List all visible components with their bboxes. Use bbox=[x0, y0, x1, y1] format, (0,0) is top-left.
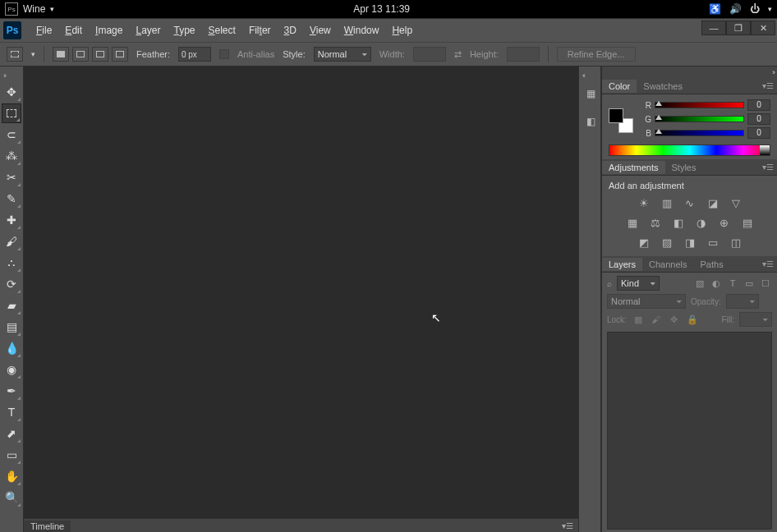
filter-pixel-icon[interactable]: ▧ bbox=[693, 277, 706, 290]
gradient-map-icon[interactable]: ▭ bbox=[704, 235, 722, 250]
adjustments-tab[interactable]: Adjustments bbox=[602, 161, 665, 174]
selection-add-button[interactable] bbox=[72, 47, 89, 62]
selection-intersect-button[interactable] bbox=[112, 47, 128, 62]
invert-icon[interactable]: ◩ bbox=[635, 235, 653, 250]
menu-layer[interactable]: Layer bbox=[129, 25, 167, 36]
brightness-contrast-icon[interactable]: ☀ bbox=[635, 195, 653, 210]
foreground-swatch[interactable] bbox=[609, 108, 623, 123]
swatches-tab[interactable]: Swatches bbox=[637, 80, 689, 93]
history-panel-icon[interactable]: ▦ bbox=[582, 85, 600, 103]
menu-image[interactable]: Image bbox=[89, 25, 129, 36]
eraser-tool[interactable]: ▰ bbox=[2, 296, 21, 315]
layers-panel-menu-icon[interactable]: ▾☰ bbox=[762, 259, 774, 268]
photo-filter-icon[interactable]: ◑ bbox=[692, 215, 710, 230]
menu-select[interactable]: Select bbox=[202, 25, 242, 36]
system-menu-chevron-icon[interactable]: ▾ bbox=[768, 5, 772, 13]
style-select[interactable]: Normal bbox=[314, 47, 371, 62]
stamp-tool[interactable]: ⛬ bbox=[2, 253, 21, 273]
menu-view[interactable]: View bbox=[303, 25, 338, 36]
channels-tab[interactable]: Channels bbox=[642, 258, 693, 271]
marquee-tool[interactable] bbox=[2, 103, 21, 123]
vibrance-icon[interactable]: ▽ bbox=[727, 195, 745, 210]
color-swatch-pair[interactable] bbox=[609, 108, 633, 133]
accessibility-icon[interactable]: ♿ bbox=[709, 3, 721, 15]
filter-smart-icon[interactable]: ☐ bbox=[759, 277, 772, 290]
menu-edit[interactable]: Edit bbox=[58, 25, 89, 36]
timeline-menu-icon[interactable]: ▾☰ bbox=[562, 521, 573, 530]
selection-subtract-button[interactable] bbox=[92, 47, 108, 62]
posterize-icon[interactable]: ▨ bbox=[658, 235, 676, 250]
healing-tool[interactable]: ✚ bbox=[2, 210, 21, 230]
magic-wand-tool[interactable]: ⁂ bbox=[2, 146, 21, 166]
bw-icon[interactable]: ◧ bbox=[669, 215, 687, 230]
r-value[interactable]: 0 bbox=[747, 99, 770, 111]
toolbox-collapse-icon[interactable]: ›› bbox=[0, 70, 23, 81]
lasso-tool[interactable]: ⊂ bbox=[2, 125, 21, 144]
close-button[interactable]: ✕ bbox=[751, 21, 775, 35]
path-select-tool[interactable]: ⬈ bbox=[2, 424, 21, 443]
selective-color-icon[interactable]: ◫ bbox=[727, 235, 745, 250]
menu-3d[interactable]: 3D bbox=[278, 25, 303, 36]
g-slider[interactable] bbox=[655, 116, 744, 122]
hue-sat-icon[interactable]: ▦ bbox=[623, 215, 641, 230]
eyedropper-tool[interactable]: ✎ bbox=[2, 189, 21, 209]
taskbar-app-icon[interactable]: Ps bbox=[5, 2, 18, 16]
layers-list[interactable] bbox=[607, 332, 772, 530]
paths-tab[interactable]: Paths bbox=[694, 258, 730, 271]
selection-new-button[interactable] bbox=[53, 47, 69, 62]
styles-tab[interactable]: Styles bbox=[665, 161, 703, 174]
menu-file[interactable]: File bbox=[30, 25, 58, 36]
color-panel-menu-icon[interactable]: ▾☰ bbox=[762, 81, 774, 90]
g-value[interactable]: 0 bbox=[747, 113, 770, 125]
menu-window[interactable]: Window bbox=[338, 25, 386, 36]
b-slider[interactable] bbox=[655, 130, 744, 136]
filter-shape-icon[interactable]: ▭ bbox=[743, 277, 756, 290]
layers-tab[interactable]: Layers bbox=[602, 258, 642, 271]
pen-tool[interactable]: ✒ bbox=[2, 381, 21, 401]
shape-tool[interactable]: ▭ bbox=[2, 445, 21, 465]
tool-preset-chevron-icon[interactable]: ▾ bbox=[31, 50, 35, 58]
filter-adjust-icon[interactable]: ◐ bbox=[710, 277, 723, 290]
color-spectrum[interactable] bbox=[609, 144, 770, 156]
maximize-button[interactable]: ❐ bbox=[726, 21, 751, 35]
menu-help[interactable]: Help bbox=[385, 25, 419, 36]
dodge-tool[interactable]: ◉ bbox=[2, 360, 21, 379]
move-tool[interactable]: ✥ bbox=[2, 82, 21, 102]
menu-type[interactable]: Type bbox=[167, 25, 201, 36]
system-clock[interactable]: Apr 13 11:39 bbox=[54, 3, 709, 15]
tool-preset-button[interactable] bbox=[7, 47, 23, 62]
power-icon[interactable]: ⏻ bbox=[750, 3, 760, 15]
crop-tool[interactable]: ✂ bbox=[2, 167, 21, 187]
layer-filter-kind-select[interactable]: Kind bbox=[617, 276, 660, 291]
minimize-button[interactable]: — bbox=[701, 21, 726, 35]
color-tab[interactable]: Color bbox=[602, 80, 637, 93]
volume-icon[interactable]: 🔊 bbox=[729, 3, 742, 15]
menu-filter[interactable]: Filter bbox=[242, 25, 278, 36]
curves-icon[interactable]: ∿ bbox=[681, 195, 699, 210]
properties-panel-icon[interactable]: ◧ bbox=[582, 112, 600, 131]
brush-tool[interactable]: 🖌 bbox=[2, 232, 21, 251]
blur-tool[interactable]: 💧 bbox=[2, 338, 21, 358]
history-brush-tool[interactable]: ⟳ bbox=[2, 274, 21, 294]
panels-collapse-icon[interactable]: ›› bbox=[602, 66, 777, 78]
adjustments-panel-menu-icon[interactable]: ▾☰ bbox=[762, 163, 774, 172]
timeline-tab[interactable]: Timeline bbox=[24, 521, 71, 532]
zoom-tool[interactable]: 🔍 bbox=[2, 488, 21, 507]
document-canvas[interactable]: ↖ bbox=[24, 66, 578, 518]
exposure-icon[interactable]: ◪ bbox=[704, 195, 722, 210]
type-tool[interactable]: T bbox=[2, 402, 21, 422]
gradient-tool[interactable]: ▤ bbox=[2, 317, 21, 337]
taskbar-app-name[interactable]: Wine bbox=[23, 3, 45, 15]
channel-mixer-icon[interactable]: ⊕ bbox=[715, 215, 733, 230]
feather-input[interactable] bbox=[178, 47, 211, 62]
dock-expand-icon[interactable]: ‹‹ bbox=[579, 70, 600, 81]
threshold-icon[interactable]: ◨ bbox=[681, 235, 699, 250]
levels-icon[interactable]: ▥ bbox=[658, 195, 676, 210]
color-lookup-icon[interactable]: ▤ bbox=[738, 215, 756, 230]
r-slider[interactable] bbox=[655, 102, 744, 108]
hand-tool[interactable]: ✋ bbox=[2, 466, 21, 486]
color-balance-icon[interactable]: ⚖ bbox=[646, 215, 664, 230]
b-value[interactable]: 0 bbox=[747, 127, 770, 139]
search-icon[interactable]: ⌕ bbox=[607, 279, 612, 288]
filter-type-icon[interactable]: T bbox=[726, 277, 739, 290]
